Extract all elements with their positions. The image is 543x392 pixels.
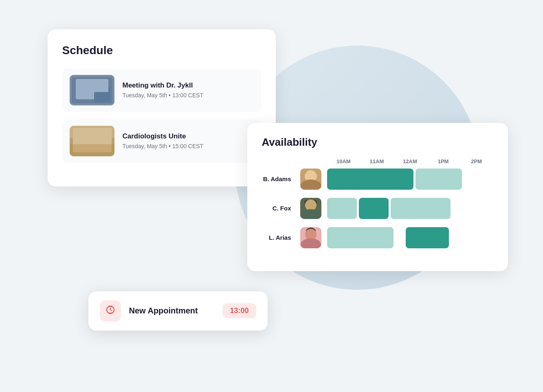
meeting-time: Tuesday, May 5th • 13:00 CEST — [123, 92, 254, 99]
time-2pm: 2PM — [460, 158, 493, 164]
person-row-fox: C. Fox — [262, 198, 493, 219]
svg-point-4 — [77, 82, 83, 88]
watch-icon — [105, 304, 116, 318]
time-12am: 12AM — [394, 158, 427, 164]
svg-point-26 — [303, 238, 319, 248]
svg-rect-11 — [102, 134, 110, 146]
svg-point-14 — [104, 131, 107, 134]
svg-rect-16 — [300, 169, 321, 190]
scene: Schedule Meeting with Dr. Jykll Tuesday,… — [48, 21, 496, 371]
svg-rect-24 — [300, 227, 321, 248]
schedule-card: Schedule Meeting with Dr. Jykll Tuesday,… — [48, 29, 276, 186]
adams-name: B. Adams — [262, 175, 295, 182]
cardio-info: Cardiologists Unite Tuesday, May 5th • 1… — [123, 132, 254, 149]
svg-rect-9 — [74, 130, 86, 146]
meeting-title: Meeting with Dr. Jykll — [123, 81, 254, 90]
fox-avatar — [300, 198, 321, 219]
svg-point-12 — [75, 131, 80, 136]
appointment-time-badge: 13:00 — [222, 303, 256, 318]
meeting-thumbnail — [70, 75, 114, 105]
arias-avatar — [300, 227, 321, 248]
svg-point-22 — [303, 208, 319, 219]
fox-name: C. Fox — [262, 205, 295, 212]
meeting-info: Meeting with Dr. Jykll Tuesday, May 5th … — [123, 81, 254, 99]
svg-point-5 — [86, 81, 90, 85]
arias-bars — [327, 227, 493, 248]
svg-point-17 — [306, 171, 316, 181]
fox-bars — [327, 198, 493, 219]
appointment-icon-wrapper — [100, 300, 121, 322]
svg-point-21 — [306, 201, 315, 210]
appointment-label: New Appointment — [129, 306, 215, 315]
person-row-adams: B. Adams — [262, 169, 493, 190]
cardio-image-svg — [70, 126, 114, 156]
svg-point-6 — [91, 83, 97, 89]
time-11am: 11AM — [360, 158, 394, 164]
svg-rect-20 — [300, 198, 321, 219]
adams-bar-dark — [327, 169, 413, 190]
svg-rect-1 — [72, 77, 112, 103]
cardio-time: Tuesday, May 5th • 15:00 CEST — [123, 143, 254, 149]
availability-grid: 10AM 11AM 12AM 1PM 2PM B. Adams — [262, 158, 493, 248]
arias-bar-dark — [406, 227, 449, 248]
schedule-item-cardio[interactable]: Cardiologists Unite Tuesday, May 5th • 1… — [62, 119, 261, 163]
time-labels-row: 10AM 11AM 12AM 1PM 2PM — [262, 158, 493, 164]
adams-avatar — [300, 169, 321, 190]
svg-point-27 — [306, 228, 316, 235]
cardio-thumbnail — [70, 126, 114, 156]
fox-bar-light2 — [391, 198, 451, 219]
svg-point-25 — [306, 230, 315, 239]
schedule-item-meeting[interactable]: Meeting with Dr. Jykll Tuesday, May 5th … — [62, 68, 261, 112]
schedule-title: Schedule — [62, 44, 261, 57]
svg-rect-10 — [88, 132, 100, 146]
svg-rect-3 — [98, 87, 110, 95]
fox-bar-dark — [359, 198, 389, 219]
svg-point-19 — [305, 171, 317, 177]
appointment-card[interactable]: New Appointment 13:00 — [88, 291, 268, 331]
cardio-title: Cardiologists Unite — [123, 132, 254, 140]
svg-rect-7 — [70, 126, 114, 156]
svg-rect-8 — [70, 138, 114, 156]
availability-title: Availability — [262, 136, 493, 149]
svg-rect-15 — [72, 146, 112, 147]
svg-rect-2 — [76, 81, 96, 95]
availability-card: Availability 10AM 11AM 12AM 1PM 2PM B. A… — [247, 123, 508, 271]
svg-point-13 — [90, 129, 94, 133]
time-10am: 10AM — [327, 158, 361, 164]
fox-bar-light1 — [327, 198, 357, 219]
meeting-image-svg — [70, 75, 114, 105]
time-1pm: 1PM — [426, 158, 460, 164]
svg-point-18 — [303, 179, 319, 190]
adams-bar-light — [415, 169, 462, 190]
arias-name: L. Arias — [262, 234, 295, 241]
adams-bars — [327, 169, 493, 190]
svg-line-32 — [110, 310, 112, 311]
person-row-arias: L. Arias — [262, 227, 493, 248]
arias-bar-light — [327, 227, 394, 248]
svg-rect-23 — [304, 200, 317, 205]
